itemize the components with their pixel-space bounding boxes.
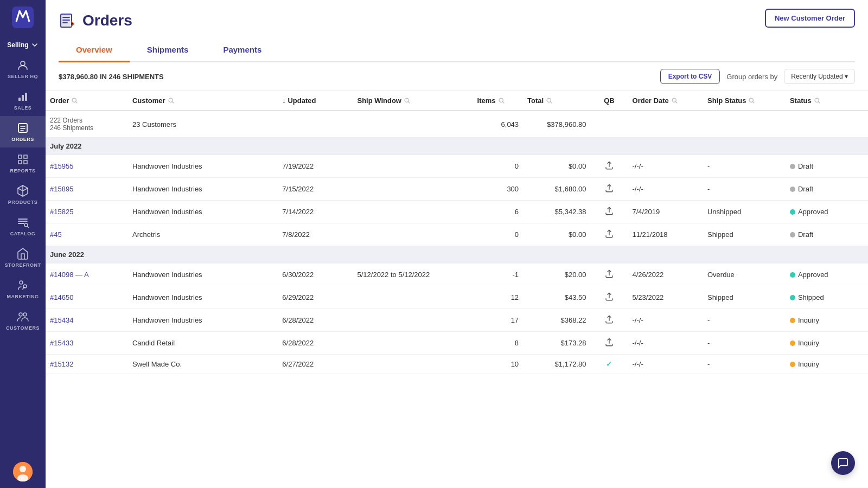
user-avatar[interactable] bbox=[13, 462, 33, 481]
upload-icon[interactable] bbox=[604, 337, 614, 347]
status-dot bbox=[790, 318, 795, 323]
total-cell: $368.22 bbox=[523, 309, 590, 332]
order-link[interactable]: #45 bbox=[50, 230, 62, 239]
search-icon[interactable] bbox=[671, 97, 678, 104]
sidebar-item-seller-hq[interactable]: SELLER HQ bbox=[0, 53, 46, 85]
svg-point-7 bbox=[20, 281, 23, 284]
status-dot bbox=[790, 232, 795, 237]
col-header-qb: QB bbox=[590, 91, 628, 111]
catalog-icon bbox=[16, 216, 29, 229]
updated-cell: 6/29/2022 bbox=[278, 286, 353, 309]
table-toolbar: $378,960.80 IN 246 SHIPMENTS Export to C… bbox=[46, 62, 868, 91]
total-cell: $173.28 bbox=[523, 332, 590, 355]
sidebar-item-orders[interactable]: ORDERS bbox=[0, 116, 46, 147]
sidebar-item-customers[interactable]: CUSTOMERS bbox=[0, 305, 46, 336]
col-header-status: Status bbox=[786, 91, 868, 111]
table-row[interactable]: #15825 Handwoven Industries 7/14/2022 6 … bbox=[46, 201, 868, 223]
order-link[interactable]: #15955 bbox=[50, 162, 73, 170]
col-header-updated: ↓ Updated bbox=[278, 91, 353, 111]
orderdate-cell: -/-/- bbox=[628, 155, 703, 178]
upload-icon[interactable] bbox=[604, 229, 614, 239]
table-row[interactable]: #45 Archetris 7/8/2022 0 $0.00 11/21/201… bbox=[46, 223, 868, 246]
tab-overview[interactable]: Overview bbox=[59, 38, 130, 62]
group-dropdown[interactable]: Recently Updated ▾ bbox=[784, 69, 855, 84]
total-cell: $5,342.38 bbox=[523, 201, 590, 223]
qb-cell bbox=[590, 223, 628, 246]
sidebar-item-storefront[interactable]: STOREFRONT bbox=[0, 242, 46, 273]
chevron-down-icon bbox=[31, 41, 39, 49]
order-link[interactable]: #15825 bbox=[50, 208, 73, 216]
sidebar-item-catalog[interactable]: CATALOG bbox=[0, 210, 46, 242]
page-title: Orders bbox=[82, 12, 132, 29]
table-row[interactable]: #14650 Handwoven Industries 6/29/2022 12… bbox=[46, 286, 868, 309]
sidebar-item-label: MARKETING bbox=[7, 294, 39, 299]
orders-table-container[interactable]: Order Customer ↓ Updated bbox=[46, 91, 868, 488]
shipwindow-cell bbox=[353, 178, 473, 201]
updated-cell: 7/8/2022 bbox=[278, 223, 353, 246]
table-row[interactable]: #15433 Candid Retail 6/28/2022 8 $173.28… bbox=[46, 332, 868, 355]
status-dot bbox=[790, 295, 795, 300]
table-row[interactable]: #15132 Swell Made Co. 6/27/2022 10 $1,17… bbox=[46, 355, 868, 374]
col-header-items: Items bbox=[473, 91, 524, 111]
order-link[interactable]: #15433 bbox=[50, 339, 73, 347]
shipstatus-cell: Overdue bbox=[703, 264, 786, 286]
status-label: Shipped bbox=[798, 293, 824, 301]
search-icon[interactable] bbox=[71, 97, 78, 104]
tab-payments[interactable]: Payments bbox=[206, 38, 279, 62]
upload-icon[interactable] bbox=[604, 292, 614, 301]
items-cell: 300 bbox=[473, 178, 524, 201]
upload-icon[interactable] bbox=[604, 206, 614, 216]
order-link[interactable]: #14650 bbox=[50, 293, 73, 301]
customer-cell: Archetris bbox=[128, 223, 278, 246]
tab-shipments[interactable]: Shipments bbox=[130, 38, 206, 62]
upload-icon[interactable] bbox=[604, 269, 614, 279]
qb-cell bbox=[590, 178, 628, 201]
table-row[interactable]: #15955 Handwoven Industries 7/19/2022 0 … bbox=[46, 155, 868, 178]
upload-icon[interactable] bbox=[604, 160, 614, 170]
search-icon[interactable] bbox=[498, 97, 505, 104]
qb-cell bbox=[590, 264, 628, 286]
updated-cell: 7/14/2022 bbox=[278, 201, 353, 223]
table-header-row: Order Customer ↓ Updated bbox=[46, 91, 868, 111]
search-icon[interactable] bbox=[168, 97, 175, 104]
table-row[interactable]: #15895 Handwoven Industries 7/15/2022 30… bbox=[46, 178, 868, 201]
order-link[interactable]: #15895 bbox=[50, 185, 73, 193]
order-link[interactable]: #15434 bbox=[50, 316, 73, 324]
qb-cell bbox=[590, 201, 628, 223]
shipwindow-cell bbox=[353, 332, 473, 355]
orderdate-cell: -/-/- bbox=[628, 178, 703, 201]
status-badge: Inquiry bbox=[790, 339, 864, 347]
customer-cell: Candid Retail bbox=[128, 332, 278, 355]
upload-icon[interactable] bbox=[604, 314, 614, 324]
search-icon[interactable] bbox=[404, 97, 411, 104]
new-customer-order-button[interactable]: New Customer Order bbox=[765, 9, 855, 28]
shipstatus-cell: - bbox=[703, 155, 786, 178]
sidebar-item-marketing[interactable]: MARKETING bbox=[0, 273, 46, 305]
qb-cell bbox=[590, 332, 628, 355]
updated-cell: 6/28/2022 bbox=[278, 309, 353, 332]
items-cell: -1 bbox=[473, 264, 524, 286]
status-badge: Approved bbox=[790, 271, 864, 279]
table-body: 222 Orders 246 Shipments 23 Customers 6,… bbox=[46, 111, 868, 374]
customer-cell: Handwoven Industries bbox=[128, 155, 278, 178]
search-icon[interactable] bbox=[748, 97, 755, 104]
order-link[interactable]: #15132 bbox=[50, 360, 73, 368]
table-row[interactable]: #14098 — A Handwoven Industries 6/30/202… bbox=[46, 264, 868, 286]
customer-cell: Handwoven Industries bbox=[128, 178, 278, 201]
sidebar-item-products[interactable]: PRODUCTS bbox=[0, 179, 46, 210]
table-row[interactable]: #15434 Handwoven Industries 6/28/2022 17… bbox=[46, 309, 868, 332]
chat-button[interactable] bbox=[831, 451, 855, 475]
upload-icon[interactable] bbox=[604, 183, 614, 193]
order-link[interactable]: #14098 — A bbox=[50, 271, 89, 279]
search-icon[interactable] bbox=[814, 97, 821, 104]
shipstatus-cell: Shipped bbox=[703, 223, 786, 246]
status-dot bbox=[790, 187, 795, 192]
store-icon bbox=[16, 59, 29, 72]
export-csv-button[interactable]: Export to CSV bbox=[660, 69, 720, 84]
selling-dropdown[interactable]: Selling bbox=[4, 37, 41, 53]
summary-items: 6,043 bbox=[473, 111, 524, 138]
status-label: Approved bbox=[798, 271, 828, 279]
search-icon[interactable] bbox=[546, 97, 553, 104]
sidebar-item-sales[interactable]: SALES bbox=[0, 85, 46, 116]
sidebar-item-reports[interactable]: REPORTS bbox=[0, 147, 46, 179]
